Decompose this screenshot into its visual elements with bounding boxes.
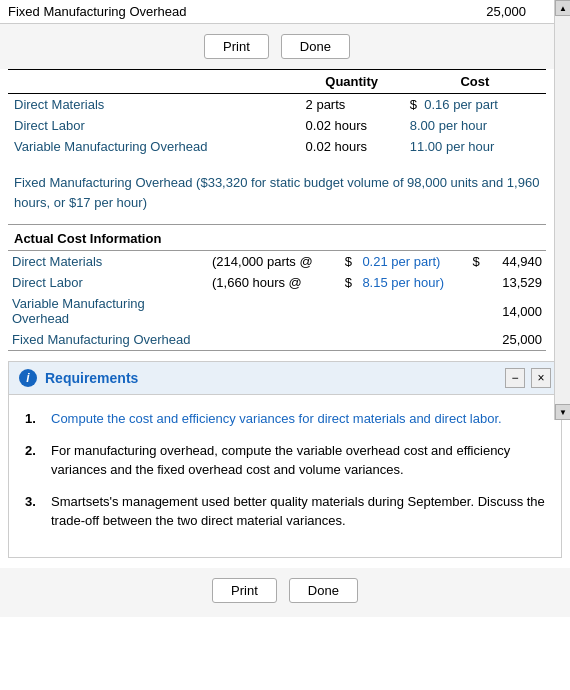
table-row: Direct Labor 0.02 hours 8.00 per hour bbox=[8, 115, 546, 136]
close-button[interactable]: × bbox=[531, 368, 551, 388]
actual-vo-detail bbox=[208, 293, 338, 329]
main-container: Fixed Manufacturing Overhead 25,000 Prin… bbox=[0, 0, 570, 617]
bottom-button-row: Print Done bbox=[0, 568, 570, 617]
direct-labor-quantity: 0.02 hours bbox=[300, 115, 404, 136]
table-row: Fixed Manufacturing Overhead 25,000 bbox=[8, 329, 546, 351]
list-item: 3. Smartsets's management used better qu… bbox=[25, 492, 545, 531]
table-row: Variable Manufacturing Overhead 14,000 bbox=[8, 293, 546, 329]
req-3-text: Smartsets's management used better quali… bbox=[51, 494, 545, 529]
direct-labor-cost: 8.00 per hour bbox=[404, 115, 546, 136]
variable-overhead-cost: 11.00 per hour bbox=[404, 136, 546, 157]
actual-vo-label: Variable Manufacturing Overhead bbox=[8, 293, 208, 329]
actual-dm-dollar2: $ bbox=[466, 251, 486, 272]
actual-vo-dollar2 bbox=[466, 293, 486, 329]
print-button-bottom[interactable]: Print bbox=[212, 578, 277, 603]
actual-cost-table: Direct Materials (214,000 parts @ $ 0.21… bbox=[8, 251, 546, 351]
direct-materials-quantity: 2 parts bbox=[300, 94, 404, 116]
direct-materials-dollar: $ bbox=[410, 97, 417, 112]
actual-dl-dollar2 bbox=[466, 272, 486, 293]
list-item: 2. For manufacturing overhead, compute t… bbox=[25, 441, 545, 480]
actual-fo-label: Fixed Manufacturing Overhead bbox=[8, 329, 208, 351]
scroll-content: Fixed Manufacturing Overhead 25,000 Prin… bbox=[0, 0, 554, 351]
table-row: Direct Labor (1,660 hours @ $ 8.15 per h… bbox=[8, 272, 546, 293]
req-text-2: For manufacturing overhead, compute the … bbox=[51, 441, 545, 480]
actual-fo-total: 25,000 bbox=[486, 329, 546, 351]
req-text-3: Smartsets's management used better quali… bbox=[51, 492, 545, 531]
scroll-down-arrow[interactable]: ▼ bbox=[555, 404, 570, 420]
col-header-cost: Cost bbox=[404, 70, 546, 94]
col-header-quantity: Quantity bbox=[300, 70, 404, 94]
scrollbar[interactable]: ▲ ▼ bbox=[554, 0, 570, 420]
actual-cost-header: Actual Cost Information bbox=[8, 224, 546, 251]
direct-labor-rate: 8.00 per hour bbox=[410, 118, 487, 133]
variable-overhead-quantity: 0.02 hours bbox=[300, 136, 404, 157]
actual-fo-dollar2 bbox=[466, 329, 486, 351]
actual-vo-dollar1 bbox=[338, 293, 358, 329]
direct-materials-label: Direct Materials bbox=[8, 94, 300, 116]
req-2-text: For manufacturing overhead, compute the … bbox=[51, 443, 510, 478]
req-number-2: 2. bbox=[25, 441, 41, 480]
top-bar: Fixed Manufacturing Overhead 25,000 bbox=[0, 0, 554, 24]
direct-materials-cost: $ 0.16 per part bbox=[404, 94, 546, 116]
fixed-overhead-note: Fixed Manufacturing Overhead ($33,320 fo… bbox=[8, 165, 546, 220]
requirements-body: 1. Compute the cost and efficiency varia… bbox=[9, 395, 561, 557]
actual-dm-total: 44,940 bbox=[486, 251, 546, 272]
table-row: Direct Materials 2 parts $ 0.16 per part bbox=[8, 94, 546, 116]
variable-overhead-label: Variable Manufacturing Overhead bbox=[8, 136, 300, 157]
fixed-overhead-label: Fixed Manufacturing Overhead bbox=[8, 4, 186, 19]
actual-dl-label: Direct Labor bbox=[8, 272, 208, 293]
cost-table-wrapper: Quantity Cost Direct Materials 2 parts $… bbox=[0, 69, 554, 351]
actual-dm-dollar1: $ bbox=[338, 251, 358, 272]
fixed-overhead-note-text: Fixed Manufacturing Overhead ($33,320 fo… bbox=[14, 175, 539, 210]
actual-dl-rate: 8.15 per hour) bbox=[358, 272, 466, 293]
scroll-up-arrow[interactable]: ▲ bbox=[555, 0, 570, 16]
actual-dm-detail: (214,000 parts @ bbox=[208, 251, 338, 272]
actual-vo-rate bbox=[358, 293, 466, 329]
actual-dl-dollar1: $ bbox=[338, 272, 358, 293]
actual-fo-detail bbox=[208, 329, 338, 351]
top-button-row: Print Done bbox=[0, 24, 554, 69]
cost-table: Quantity Cost Direct Materials 2 parts $… bbox=[8, 69, 546, 157]
header-controls: − × bbox=[505, 368, 551, 388]
list-item: 1. Compute the cost and efficiency varia… bbox=[25, 409, 545, 429]
table-row: Direct Materials (214,000 parts @ $ 0.21… bbox=[8, 251, 546, 272]
actual-fo-rate bbox=[358, 329, 466, 351]
actual-dl-detail: (1,660 hours @ bbox=[208, 272, 338, 293]
done-button-bottom[interactable]: Done bbox=[289, 578, 358, 603]
fixed-overhead-value: 25,000 bbox=[486, 4, 526, 19]
done-button-top[interactable]: Done bbox=[281, 34, 350, 59]
table-row: Variable Manufacturing Overhead 0.02 hou… bbox=[8, 136, 546, 157]
print-button-top[interactable]: Print bbox=[204, 34, 269, 59]
requirements-title: Requirements bbox=[45, 370, 138, 386]
req-number-3: 3. bbox=[25, 492, 41, 531]
requirements-title-area: i Requirements bbox=[19, 369, 138, 387]
actual-dl-total: 13,529 bbox=[486, 272, 546, 293]
minimize-button[interactable]: − bbox=[505, 368, 525, 388]
variable-overhead-rate: 11.00 per hour bbox=[410, 139, 495, 154]
actual-vo-total: 14,000 bbox=[486, 293, 546, 329]
info-icon: i bbox=[19, 369, 37, 387]
actual-dm-rate: 0.21 per part) bbox=[358, 251, 466, 272]
req-number-1: 1. bbox=[25, 409, 41, 429]
direct-materials-rate: 0.16 per part bbox=[424, 97, 498, 112]
requirements-list: 1. Compute the cost and efficiency varia… bbox=[25, 409, 545, 531]
req-text-1: Compute the cost and efficiency variance… bbox=[51, 409, 545, 429]
actual-dm-label: Direct Materials bbox=[8, 251, 208, 272]
requirements-header: i Requirements − × bbox=[9, 362, 561, 395]
actual-fo-dollar1 bbox=[338, 329, 358, 351]
req-1-text: Compute the cost and efficiency variance… bbox=[51, 411, 502, 426]
requirements-panel: i Requirements − × 1. Compute the cost a… bbox=[8, 361, 562, 558]
col-header-label bbox=[8, 70, 300, 94]
direct-labor-label: Direct Labor bbox=[8, 115, 300, 136]
